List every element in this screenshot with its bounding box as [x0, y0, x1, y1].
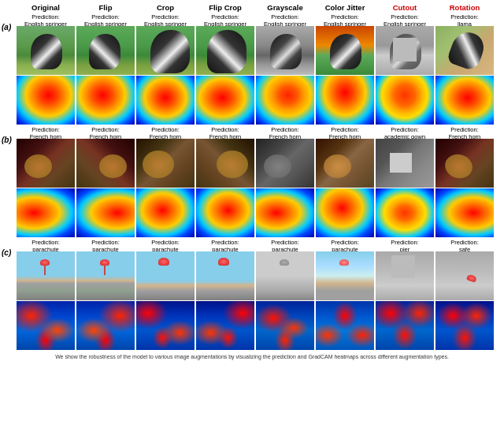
- heat-c-gray: [256, 301, 314, 350]
- cell-b-cutout: Prediction:academic gown: [375, 126, 435, 188]
- heatmap-row-a: [16, 76, 502, 125]
- heat-b-rotation: [435, 188, 494, 237]
- heatcell-b-orig: [16, 188, 76, 237]
- image-row-c: Prediction:parachute Prediction:parachut…: [16, 239, 502, 300]
- cell-c-cutout: Prediction:pier: [375, 239, 435, 300]
- pred-c-jitter: Prediction:parachute: [331, 239, 358, 251]
- section-b-content: Prediction:French horn Prediction:French…: [16, 126, 502, 238]
- section-c-label: (c): [2, 239, 16, 351]
- pred-b-crop: Prediction:French horn: [150, 126, 181, 139]
- pred-b-gray: Prediction:French horn: [269, 126, 301, 139]
- section-a-label: (a): [2, 13, 16, 125]
- cell-a-jitter: Prediction:English springer: [315, 13, 375, 75]
- cell-c-orig: Prediction:parachute: [16, 239, 76, 300]
- header-flipcrop: Flip Crop: [195, 3, 255, 12]
- pred-a-crop: Prediction:English springer: [144, 13, 187, 26]
- cell-b-orig: Prediction:French horn: [16, 126, 76, 188]
- heatcell-c-flipcrop: [195, 301, 255, 350]
- pred-c-cutout: Prediction:pier: [391, 239, 418, 251]
- heat-b-crop: [136, 188, 195, 237]
- heatcell-b-crop: [135, 188, 195, 237]
- pred-c-gray: Prediction:parachute: [271, 239, 298, 251]
- img-b-gray: [256, 139, 314, 188]
- pred-c-flipcrop: Prediction:parachute: [211, 239, 239, 251]
- heatmap-row-c: [16, 301, 502, 350]
- heatcell-b-flipcrop: [195, 188, 255, 237]
- cell-a-orig: Prediction:English springer: [16, 13, 76, 75]
- img-a-flipcrop: [196, 26, 254, 75]
- cell-a-rotation: Prediction:llama: [435, 13, 495, 75]
- img-a-jitter: [316, 26, 374, 75]
- img-b-flip: [76, 139, 135, 188]
- pred-a-rotation: Prediction:llama: [450, 13, 478, 26]
- img-c-rotation: [435, 251, 494, 300]
- heatcell-b-rotation: [435, 188, 495, 237]
- cell-c-flipcrop: Prediction:parachute: [195, 239, 255, 300]
- cell-c-crop: Prediction:parachute: [135, 239, 195, 300]
- heatcell-b-gray: [255, 188, 315, 237]
- heat-c-flipcrop: [196, 301, 254, 350]
- section-a-content: Prediction:English springer Prediction:E…: [16, 13, 502, 125]
- heat-c-crop: [136, 301, 195, 350]
- heat-c-cutout: [376, 301, 434, 350]
- heatcell-b-jitter: [315, 188, 375, 237]
- cell-a-crop: Prediction:English springer: [135, 13, 195, 75]
- header-colorjitter: Color Jitter: [315, 3, 375, 12]
- img-b-flipcrop: [196, 139, 254, 188]
- heat-c-rotation: [435, 301, 494, 350]
- heatcell-a-jitter: [315, 76, 375, 125]
- cell-b-jitter: Prediction:French horn: [315, 126, 375, 188]
- heatcell-c-rotation: [435, 301, 495, 350]
- column-headers: Original Flip Crop Flip Crop Grayscale C…: [16, 3, 502, 12]
- section-c: (c) Prediction:parachute Prediction:para…: [2, 239, 502, 351]
- cell-c-jitter: Prediction:parachute: [315, 239, 375, 300]
- img-b-crop: [136, 139, 195, 188]
- img-c-gray: [256, 251, 314, 300]
- heat-a-orig: [17, 76, 75, 125]
- heatcell-c-crop: [135, 301, 195, 350]
- heat-a-crop: [136, 76, 195, 125]
- heatcell-c-orig: [16, 301, 76, 350]
- cell-a-cutout: Prediction:English springer: [375, 13, 435, 75]
- header-original: Original: [16, 3, 76, 12]
- heatcell-a-flipcrop: [195, 76, 255, 125]
- pred-c-orig: Prediction:parachute: [32, 239, 59, 251]
- section-b: (b) Prediction:French horn Prediction:Fr…: [2, 126, 502, 238]
- heatcell-a-rotation: [435, 76, 495, 125]
- heat-a-flipcrop: [196, 76, 254, 125]
- section-b-label: (b): [2, 126, 16, 238]
- pred-a-flip: Prediction:English springer: [84, 13, 127, 26]
- img-c-crop: [136, 251, 195, 300]
- cell-a-flipcrop: Prediction:English springer: [195, 13, 255, 75]
- pred-c-rotation: Prediction:safe: [450, 239, 478, 251]
- img-b-rotation: [435, 139, 494, 188]
- heat-b-jitter: [316, 188, 374, 237]
- heatcell-b-flip: [76, 188, 135, 237]
- pred-b-cutout: Prediction:academic gown: [384, 126, 425, 139]
- img-b-orig: [17, 139, 75, 188]
- img-b-cutout: [376, 139, 434, 188]
- pred-c-flip: Prediction:parachute: [91, 239, 119, 251]
- figure-caption: We show the robustness of the model to v…: [2, 352, 502, 362]
- pred-a-jitter: Prediction:English springer: [324, 13, 366, 26]
- pred-a-gray: Prediction:English springer: [264, 13, 306, 26]
- heat-a-flip: [76, 76, 135, 125]
- img-c-orig: [17, 251, 75, 300]
- heatcell-b-cutout: [375, 188, 435, 237]
- img-c-cutout: [376, 251, 434, 300]
- pred-a-flipcrop: Prediction:English springer: [204, 13, 246, 26]
- heatcell-a-crop: [135, 76, 195, 125]
- heat-b-gray: [256, 188, 314, 237]
- img-c-jitter: [316, 251, 374, 300]
- pred-b-jitter: Prediction:French horn: [329, 126, 361, 139]
- section-c-content: Prediction:parachute Prediction:parachut…: [16, 239, 502, 351]
- header-cutout: Cutout: [375, 3, 435, 12]
- section-a: (a) Prediction:English springer Predicti…: [2, 13, 502, 125]
- img-a-orig: [17, 26, 75, 75]
- cell-b-rotation: Prediction:French horn: [435, 126, 495, 188]
- pred-b-orig: Prediction:French horn: [30, 126, 61, 139]
- heat-a-jitter: [316, 76, 374, 125]
- image-row-b: Prediction:French horn Prediction:French…: [16, 126, 502, 188]
- heat-c-jitter: [316, 301, 374, 350]
- header-flip: Flip: [76, 3, 135, 12]
